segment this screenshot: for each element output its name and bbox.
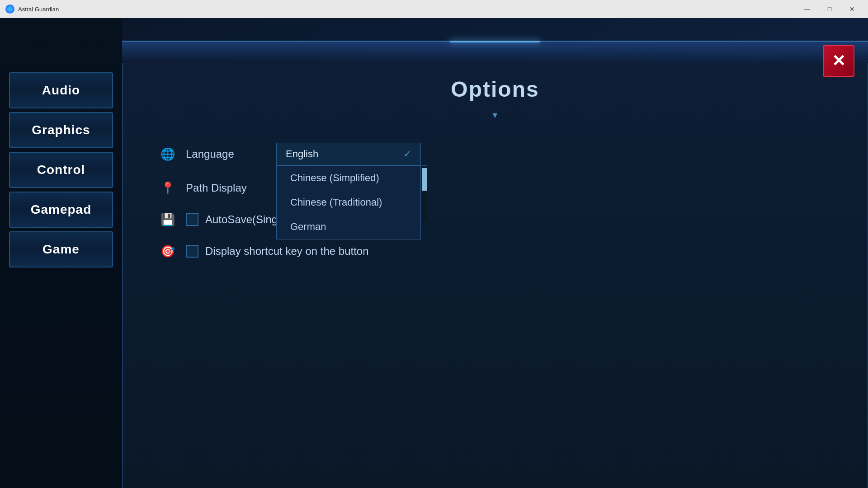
app-title: Astral Guardian bbox=[18, 6, 59, 13]
sidebar-item-control[interactable]: Control bbox=[9, 152, 113, 188]
sidebar-item-gamepad[interactable]: Gamepad bbox=[9, 192, 113, 228]
shortcut-icon: 🎯 bbox=[159, 242, 177, 260]
title-arrow: ▼ bbox=[123, 111, 868, 120]
path-display-label: Path Display bbox=[186, 182, 276, 194]
language-option-german[interactable]: German bbox=[277, 215, 420, 239]
autosave-icon: 💾 bbox=[159, 211, 177, 229]
svg-point-0 bbox=[7, 6, 13, 12]
title-bar: Astral Guardian — □ ✕ bbox=[0, 0, 868, 18]
options-close-button[interactable]: ✕ bbox=[823, 45, 854, 77]
sidebar-item-graphics[interactable]: Graphics bbox=[9, 112, 113, 148]
path-display-icon: 📍 bbox=[159, 179, 177, 197]
maximize-button[interactable]: □ bbox=[819, 2, 840, 16]
language-control: English ✓ Chinese (Simplified) Chinese (… bbox=[276, 143, 421, 165]
sidebar-item-game[interactable]: Game bbox=[9, 231, 113, 267]
language-option-traditional[interactable]: Chinese (Traditional) bbox=[277, 190, 420, 215]
options-dialog: ✕ Options ▼ 🌐 Language English ✓ bbox=[122, 41, 868, 488]
settings-content: 🌐 Language English ✓ Chinese (Simplified… bbox=[123, 134, 868, 283]
sidebar: Audio Graphics Control Gamepad Game bbox=[0, 18, 122, 488]
language-select[interactable]: English ✓ bbox=[276, 143, 421, 165]
title-bar-left: Astral Guardian bbox=[5, 5, 59, 14]
minimize-button[interactable]: — bbox=[797, 2, 817, 16]
language-dropdown[interactable]: English ✓ Chinese (Simplified) Chinese (… bbox=[276, 143, 421, 165]
shortcut-control: Display shortcut key on the button bbox=[186, 245, 369, 258]
dialog-body: ✕ Options ▼ 🌐 Language English ✓ bbox=[122, 63, 868, 488]
shortcut-label: Display shortcut key on the button bbox=[205, 245, 369, 258]
language-label: Language bbox=[186, 148, 276, 160]
title-bar-controls: — □ ✕ bbox=[797, 2, 863, 16]
shortcut-setting-row: 🎯 Display shortcut key on the button bbox=[159, 242, 831, 260]
sidebar-item-audio[interactable]: Audio bbox=[9, 72, 113, 108]
path-display-setting-row: 📍 Path Display bbox=[159, 179, 831, 197]
app-icon bbox=[5, 5, 14, 14]
language-selected-value: English bbox=[286, 148, 318, 160]
language-icon: 🌐 bbox=[159, 145, 177, 163]
shortcut-checkbox[interactable] bbox=[186, 245, 198, 258]
language-dropdown-list: Chinese (Simplified) Chinese (Traditiona… bbox=[276, 165, 421, 239]
game-area: Audio Graphics Control Gamepad Game Paus… bbox=[0, 18, 868, 488]
options-title: Options bbox=[123, 77, 868, 102]
chevron-down-icon: ✓ bbox=[403, 148, 411, 160]
autosave-setting-row: 💾 AutoSave(Single Mode) minute bbox=[159, 211, 831, 229]
language-option-simplified[interactable]: Chinese (Simplified) bbox=[277, 166, 420, 190]
autosave-checkbox[interactable] bbox=[186, 213, 198, 226]
language-setting-row: 🌐 Language English ✓ Chinese (Simplified… bbox=[159, 143, 831, 165]
dialog-top-border bbox=[122, 41, 868, 63]
window-close-button[interactable]: ✕ bbox=[842, 2, 863, 16]
